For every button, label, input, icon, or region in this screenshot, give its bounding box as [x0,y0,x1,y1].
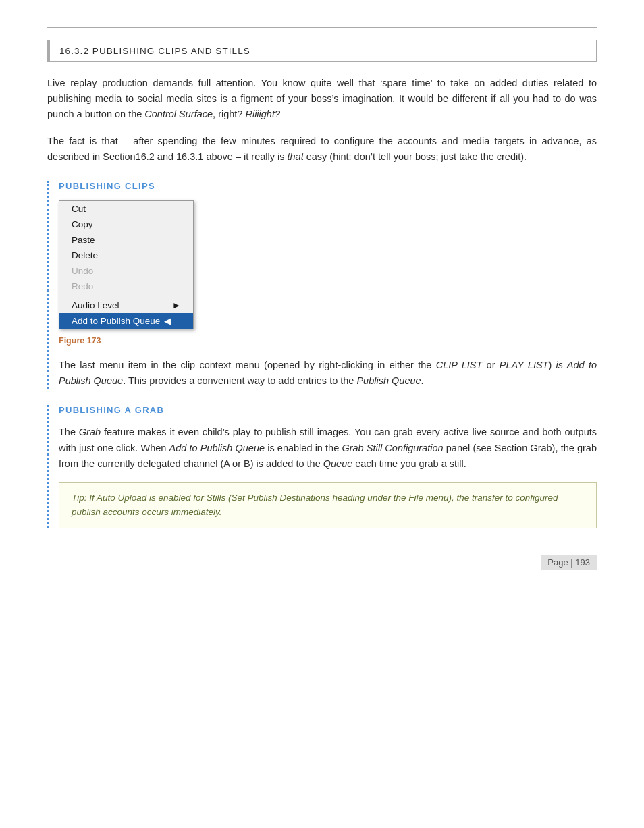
context-menu: Cut Copy Paste Delete Undo Redo Audio Le… [59,200,194,329]
page: 16.3.2 PUBLISHING CLIPS AND STILLS Live … [0,0,644,828]
cursor-icon: ◀ [164,316,171,326]
main-section-box: 16.3.2 PUBLISHING CLIPS AND STILLS [47,40,597,62]
tip-box: Tip: If Auto Upload is enabled for Still… [59,482,597,528]
publishing-grab-title: PUBLISHING A GRAB [59,405,597,415]
top-rule [47,27,597,28]
menu-item-redo: Redo [59,279,193,294]
arrow-icon: ► [172,300,181,310]
intro-paragraph-1: Live replay production demands full atte… [47,76,597,123]
tip-text: Tip: If Auto Upload is enabled for Still… [72,491,584,520]
menu-item-copy: Copy [59,217,193,232]
page-number: Page | 193 [47,557,597,568]
main-section-title: 16.3.2 PUBLISHING CLIPS AND STILLS [59,46,587,56]
publishing-grab-subsection: PUBLISHING A GRAB The Grab feature makes… [47,405,597,528]
menu-item-add-to-publish-queue: Add to Publish Queue ◀ [59,313,193,329]
clips-description: The last menu item in the clip context m… [59,358,597,389]
grab-paragraph: The Grab feature makes it even child’s p… [59,424,597,472]
publishing-clips-title: PUBLISHING CLIPS [59,181,597,191]
menu-item-undo: Undo [59,263,193,279]
intro-paragraph-2: The fact is that – after spending the fe… [47,134,597,165]
figure-caption: Figure 173 [59,336,597,346]
publishing-clips-subsection: PUBLISHING CLIPS Cut Copy Paste Delete U… [47,181,597,389]
menu-item-delete: Delete [59,248,193,263]
menu-item-audio-level: Audio Level ► [59,298,193,313]
menu-item-cut: Cut [59,201,193,217]
menu-separator-1 [59,296,193,296]
menu-item-paste: Paste [59,232,193,248]
bottom-rule [47,549,597,549]
